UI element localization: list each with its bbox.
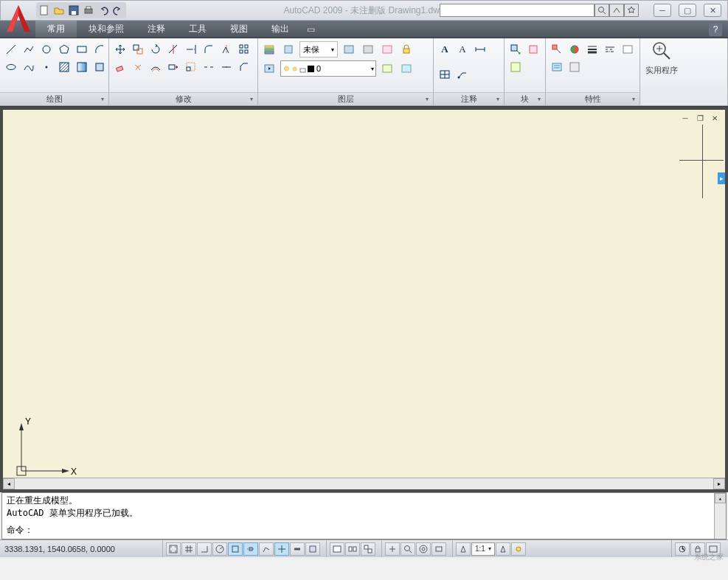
cmd-scrollbar[interactable]: ▴ (714, 493, 726, 539)
extend-button[interactable] (183, 41, 199, 57)
polar-toggle[interactable] (212, 542, 227, 556)
ortho-toggle[interactable] (197, 542, 212, 556)
save-button[interactable] (67, 4, 80, 17)
layer-match-button[interactable] (379, 60, 395, 77)
layer-lock-button[interactable] (398, 41, 415, 57)
region-button[interactable] (91, 59, 108, 75)
autoscale-toggle[interactable] (511, 542, 526, 556)
print-button[interactable] (82, 4, 95, 17)
workspace-switching-button[interactable] (675, 542, 690, 556)
line-button[interactable] (3, 41, 19, 57)
copy-button[interactable] (130, 41, 146, 57)
create-block-button[interactable] (525, 41, 541, 57)
otrack-toggle[interactable] (243, 542, 258, 556)
panel-annotate-title[interactable]: 注释 (434, 92, 504, 105)
scroll-right-button[interactable]: ▸ (713, 478, 725, 489)
right-panel-tab[interactable]: ▸ (718, 172, 725, 184)
qview-drawings-button[interactable] (361, 542, 375, 556)
dimension-button[interactable] (472, 41, 488, 57)
canvas-scrollbar-h[interactable]: ◂ ▸ (3, 478, 725, 489)
zoom-button[interactable] (401, 542, 415, 556)
redo-button[interactable] (111, 4, 125, 17)
help-button[interactable]: ? (709, 23, 722, 36)
block-editor-button[interactable] (507, 59, 524, 75)
layer-unisolate-button[interactable] (398, 60, 415, 77)
rectangle-button[interactable] (74, 41, 90, 57)
ducs-toggle[interactable] (259, 542, 274, 556)
lineweight-dropdown[interactable] (584, 41, 600, 57)
linetype-dropdown[interactable] (602, 41, 618, 57)
panel-layer-title[interactable]: 图层 (258, 92, 433, 105)
scale-button[interactable] (183, 59, 199, 75)
polygon-button[interactable] (56, 41, 72, 57)
layer-off-button[interactable] (360, 41, 376, 57)
tab-view[interactable]: 视图 (218, 21, 260, 38)
tab-output[interactable]: 输出 (260, 21, 301, 38)
move-button[interactable] (112, 41, 128, 57)
color-dropdown[interactable] (566, 41, 583, 57)
qp-toggle[interactable] (305, 542, 320, 556)
panel-draw-title[interactable]: 绘图 (0, 92, 108, 105)
search-button[interactable] (594, 4, 609, 17)
rotate-button[interactable] (148, 41, 164, 57)
layer-combo[interactable]: 0 ▾ (280, 60, 376, 77)
steering-wheel-button[interactable] (416, 542, 431, 556)
command-line[interactable]: 正在重生成模型。 AutoCAD 菜单实用程序已加载。 命令： ▴ (1, 492, 727, 539)
gradient-button[interactable] (74, 59, 90, 75)
model-paper-toggle[interactable] (330, 542, 344, 556)
match-props-button[interactable] (549, 41, 565, 57)
table-button[interactable] (437, 66, 453, 83)
chamfer-button[interactable] (236, 59, 252, 75)
showmotion-button[interactable] (431, 542, 446, 556)
erase-button[interactable] (112, 59, 128, 75)
pan-button[interactable] (385, 542, 400, 556)
break-button[interactable] (201, 59, 217, 75)
polyline-button[interactable] (21, 41, 37, 57)
props-list-button[interactable] (549, 59, 565, 75)
bylayer-button[interactable] (566, 59, 583, 75)
doc-minimize-button[interactable]: ─ (679, 113, 691, 123)
qview-layouts-button[interactable] (345, 542, 360, 556)
explode-button[interactable] (130, 59, 146, 75)
hatch-button[interactable] (56, 59, 72, 75)
layer-isolate-button[interactable] (379, 41, 395, 57)
annotation-scale-icon[interactable] (456, 542, 471, 556)
fillet-button[interactable] (201, 41, 217, 57)
layer-freeze-button[interactable] (341, 41, 357, 57)
layer-prev-button[interactable] (261, 60, 277, 77)
doc-restore-button[interactable]: ❐ (694, 113, 706, 123)
stretch-button[interactable] (165, 59, 181, 75)
close-button[interactable]: ✕ (704, 4, 721, 17)
ellipse-button[interactable] (3, 59, 19, 75)
leader-button[interactable] (454, 66, 471, 83)
app-menu-button[interactable] (2, 2, 35, 35)
mtext-button[interactable]: A (437, 41, 453, 57)
trim-button[interactable] (165, 41, 181, 57)
maximize-button[interactable]: ▢ (679, 4, 696, 17)
plot-style-dropdown[interactable] (620, 41, 636, 57)
coordinates-display[interactable]: 3338.1391, 1540.0658, 0.0000 (4, 545, 159, 553)
panel-block-title[interactable]: 块 (505, 92, 545, 105)
offset-button[interactable] (148, 59, 164, 75)
dyn-toggle[interactable] (274, 542, 289, 556)
circle-button[interactable] (38, 41, 55, 57)
comm-center-button[interactable] (609, 4, 624, 17)
tab-home[interactable]: 常用 (35, 21, 77, 38)
point-button[interactable] (38, 59, 55, 75)
scroll-left-button[interactable]: ◂ (3, 478, 15, 489)
osnap-toggle[interactable] (228, 542, 243, 556)
utility-tool-button[interactable] (649, 38, 674, 63)
insert-block-button[interactable] (507, 41, 524, 57)
doc-close-button[interactable]: ✕ (709, 113, 721, 123)
layer-states-button[interactable] (280, 41, 297, 57)
open-button[interactable] (52, 4, 66, 17)
annotation-visibility-toggle[interactable] (496, 542, 510, 556)
tab-blocks[interactable]: 块和参照 (77, 21, 136, 38)
join-button[interactable] (218, 59, 235, 75)
drawing-area[interactable]: ─ ❐ ✕ ▸ Y X ◂ ▸ (3, 110, 725, 489)
tab-annotate[interactable]: 注释 (136, 21, 177, 38)
text-button[interactable]: A (454, 41, 471, 57)
panel-modify-title[interactable]: 修改 (109, 92, 257, 105)
qnew-button[interactable] (38, 4, 51, 17)
panel-properties-title[interactable]: 特性 (546, 92, 639, 105)
